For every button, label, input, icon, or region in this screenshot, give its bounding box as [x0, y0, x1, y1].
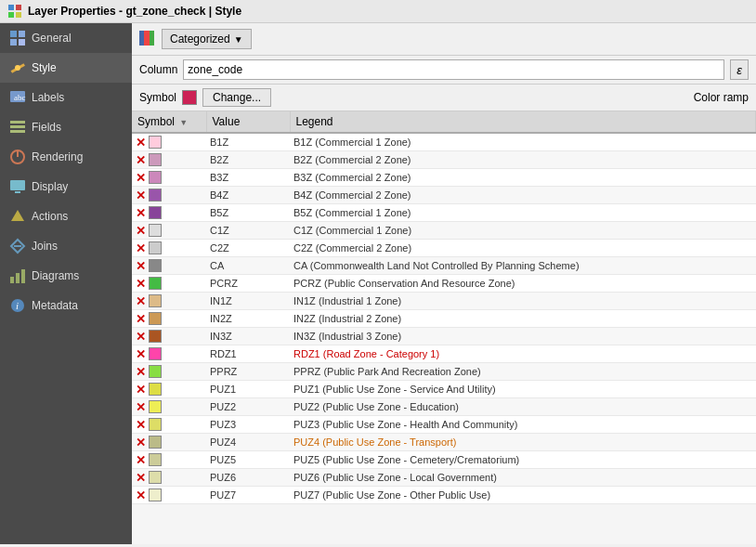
- cell-value: CA: [206, 257, 290, 275]
- visibility-toggle[interactable]: ✕: [136, 137, 146, 149]
- table-row: ✕ C1ZC1Z (Commercial 1 Zone): [132, 222, 756, 240]
- cell-symbol: ✕: [132, 328, 206, 345]
- table-row: ✕ B5ZB5Z (Commercial 1 Zone): [132, 204, 756, 222]
- visibility-toggle[interactable]: ✕: [136, 489, 146, 501]
- sidebar-item-diagrams[interactable]: Diagrams: [0, 261, 132, 291]
- title-bar: Layer Properties - gt_zone_check | Style: [0, 0, 756, 23]
- color-swatch: [149, 436, 162, 449]
- visibility-toggle[interactable]: ✕: [136, 260, 146, 272]
- svg-text:abc: abc: [14, 93, 26, 102]
- cell-value: B5Z: [206, 204, 290, 222]
- visibility-toggle[interactable]: ✕: [136, 384, 146, 396]
- cell-legend: B4Z (Commercial 2 Zone): [290, 187, 756, 204]
- sidebar-item-joins[interactable]: Joins: [0, 231, 132, 261]
- color-swatch: [149, 136, 162, 149]
- sort-arrow-icon: ▼: [179, 118, 188, 127]
- labels-icon: abc: [9, 89, 26, 106]
- visibility-toggle[interactable]: ✕: [136, 278, 146, 290]
- cell-symbol: ✕: [132, 204, 206, 222]
- col-header-value[interactable]: Value: [206, 111, 290, 133]
- visibility-toggle[interactable]: ✕: [136, 401, 146, 413]
- sidebar-label-joins: Joins: [32, 240, 58, 253]
- table-row: ✕ IN2ZIN2Z (Industrial 2 Zone): [132, 310, 756, 328]
- sidebar-item-display[interactable]: Display: [0, 172, 132, 202]
- cell-legend: PUZ6 (Public Use Zone - Local Government…: [290, 469, 756, 487]
- cell-value: B4Z: [206, 187, 290, 204]
- table-row: ✕ IN3ZIN3Z (Industrial 3 Zone): [132, 328, 756, 345]
- visibility-toggle[interactable]: ✕: [136, 366, 146, 378]
- table-row: ✕ PUZ3PUZ3 (Public Use Zone - Health And…: [132, 416, 756, 434]
- cell-symbol: ✕: [132, 363, 206, 381]
- svg-rect-14: [10, 130, 25, 133]
- cell-legend: CA (Commonwealth Land Not Controlled By …: [290, 257, 756, 275]
- visibility-toggle[interactable]: ✕: [136, 242, 146, 254]
- sidebar-item-general[interactable]: General: [0, 23, 132, 53]
- visibility-toggle[interactable]: ✕: [136, 313, 146, 325]
- cell-legend: PUZ1 (Public Use Zone - Service And Util…: [290, 381, 756, 398]
- render-type-button[interactable]: Categorized ▼: [162, 29, 252, 49]
- cell-symbol: ✕: [132, 240, 206, 257]
- symbol-row: Symbol Change... Color ramp: [132, 85, 756, 111]
- table-row: ✕ PUZ4PUZ4 (Public Use Zone - Transport): [132, 434, 756, 451]
- cell-value: B2Z: [206, 151, 290, 169]
- col-header-legend[interactable]: Legend: [290, 111, 756, 133]
- cell-symbol: ✕: [132, 275, 206, 293]
- svg-rect-1: [16, 5, 21, 10]
- color-swatch: [149, 418, 162, 431]
- cell-legend: C1Z (Commercial 1 Zone): [290, 222, 756, 240]
- visibility-toggle[interactable]: ✕: [136, 348, 146, 360]
- epsilon-button[interactable]: ε: [730, 59, 749, 80]
- svg-rect-6: [10, 39, 17, 46]
- visibility-toggle[interactable]: ✕: [136, 207, 146, 219]
- cell-legend: B1Z (Commercial 1 Zone): [290, 133, 756, 151]
- color-swatch: [149, 277, 162, 290]
- color-swatch: [149, 365, 162, 378]
- cell-legend: IN1Z (Industrial 1 Zone): [290, 293, 756, 310]
- sidebar-item-style[interactable]: Style: [0, 53, 132, 83]
- svg-rect-2: [8, 12, 14, 18]
- sidebar-item-actions[interactable]: Actions: [0, 202, 132, 231]
- cell-symbol: ✕: [132, 469, 206, 487]
- visibility-toggle[interactable]: ✕: [136, 189, 146, 202]
- svg-rect-3: [16, 12, 21, 18]
- sidebar-label-labels: Labels: [32, 91, 64, 104]
- cell-legend: B2Z (Commercial 2 Zone): [290, 151, 756, 169]
- style-icon: [9, 59, 26, 76]
- visibility-toggle[interactable]: ✕: [136, 154, 146, 166]
- cell-symbol: ✕: [132, 451, 206, 469]
- app-icon: [7, 4, 22, 19]
- visibility-toggle[interactable]: ✕: [136, 472, 146, 484]
- render-type-label: Categorized: [170, 33, 230, 46]
- visibility-toggle[interactable]: ✕: [136, 225, 146, 237]
- table-row: ✕ PUZ5PUZ5 (Public Use Zone - Cemetery/C…: [132, 451, 756, 469]
- visibility-toggle[interactable]: ✕: [136, 454, 146, 466]
- svg-text:i: i: [16, 300, 19, 311]
- sidebar-item-metadata[interactable]: i Metadata: [0, 291, 132, 320]
- sidebar-item-fields[interactable]: Fields: [0, 112, 132, 142]
- sidebar-item-rendering[interactable]: Rendering: [0, 142, 132, 172]
- visibility-toggle[interactable]: ✕: [136, 172, 146, 184]
- cell-legend: IN3Z (Industrial 3 Zone): [290, 328, 756, 345]
- change-symbol-button[interactable]: Change...: [202, 88, 271, 107]
- table-row: ✕ C2ZC2Z (Commercial 2 Zone): [132, 240, 756, 257]
- sidebar-label-rendering: Rendering: [32, 150, 83, 163]
- title-text: Layer Properties - gt_zone_check | Style: [28, 5, 241, 18]
- visibility-toggle[interactable]: ✕: [136, 295, 146, 307]
- visibility-toggle[interactable]: ✕: [136, 436, 146, 449]
- svg-marker-19: [11, 210, 24, 221]
- visibility-toggle[interactable]: ✕: [136, 419, 146, 431]
- legend-table-wrapper[interactable]: Symbol ▼ Value Legend ✕ B1ZB1Z (Commerci…: [132, 111, 756, 544]
- color-swatch: [149, 453, 162, 466]
- svg-rect-18: [15, 191, 20, 193]
- cell-value: C2Z: [206, 240, 290, 257]
- color-swatch: [149, 206, 162, 219]
- rendering-icon: [9, 149, 26, 165]
- col-header-symbol[interactable]: Symbol ▼: [132, 111, 206, 133]
- column-input[interactable]: [183, 59, 724, 80]
- cell-symbol: ✕: [132, 398, 206, 416]
- visibility-toggle[interactable]: ✕: [136, 331, 146, 343]
- table-row: ✕ PPRZPPRZ (Public Park And Recreation Z…: [132, 363, 756, 381]
- color-swatch: [149, 312, 162, 325]
- sidebar-item-labels[interactable]: abc Labels: [0, 83, 132, 112]
- sidebar-label-style: Style: [32, 61, 57, 74]
